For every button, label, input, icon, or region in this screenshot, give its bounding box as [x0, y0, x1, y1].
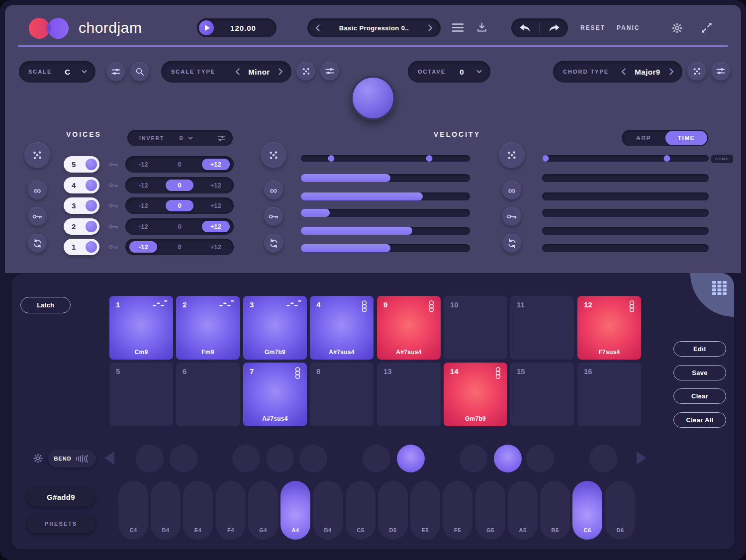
transpose-zero[interactable]: 0 — [162, 241, 198, 253]
preset-prev-button[interactable] — [315, 24, 320, 31]
white-key-b5[interactable]: B5 — [540, 481, 570, 540]
octave-selector[interactable]: OCTAVE 0 — [408, 61, 490, 83]
time-bar-4[interactable] — [542, 227, 709, 235]
chord-type-lock-button[interactable] — [711, 62, 730, 81]
save-button[interactable]: Save — [673, 365, 726, 380]
time-infinity-button[interactable]: ∞ — [502, 181, 521, 199]
play-button[interactable] — [199, 20, 214, 35]
transpose-zero[interactable]: 0 — [162, 159, 198, 170]
pad-11[interactable]: 11 — [510, 296, 574, 360]
octave-left-button[interactable] — [104, 452, 114, 465]
voice-toggle-1[interactable]: 1 — [64, 239, 99, 255]
voice-toggle-2[interactable]: 2 — [64, 218, 99, 235]
voice-toggle-3[interactable]: 3 — [64, 197, 99, 214]
resize-button[interactable] — [701, 22, 712, 33]
white-key-c4[interactable]: C4 — [118, 481, 148, 540]
voice-toggle-5[interactable]: 5 — [64, 156, 99, 173]
pad-13[interactable]: 13 — [377, 363, 441, 426]
black-key-fsharp4[interactable] — [232, 445, 260, 472]
presets-button[interactable]: PRESETS — [27, 514, 95, 533]
sync-toggle[interactable]: SYNC — [711, 155, 733, 163]
pad-2[interactable]: 2 Fm9 — [176, 296, 240, 360]
time-lock-button[interactable] — [502, 207, 521, 226]
transpose-down[interactable]: -12 — [125, 180, 162, 191]
transpose-up[interactable]: +12 — [197, 200, 234, 211]
pad-3[interactable]: 3 Gm7b9 — [243, 296, 307, 360]
transpose-down[interactable]: -12 — [125, 221, 162, 232]
pad-16[interactable]: 16 — [577, 363, 641, 426]
velocity-bar-5[interactable] — [301, 244, 470, 252]
time-range-handle-low[interactable] — [542, 155, 549, 162]
transpose-zero[interactable]: 0 — [162, 221, 198, 232]
velocity-refresh-button[interactable] — [264, 234, 283, 253]
black-key-csharp6[interactable] — [589, 445, 617, 472]
velocity-infinity-button[interactable]: ∞ — [264, 181, 283, 199]
white-key-f5[interactable]: F5 — [443, 481, 472, 540]
black-key-dsharp5[interactable] — [397, 445, 425, 472]
panic-button[interactable]: PANIC — [617, 24, 640, 31]
scale-type-random-button[interactable] — [296, 62, 315, 81]
undo-button[interactable] — [519, 23, 531, 33]
velocity-random-button[interactable] — [261, 142, 286, 168]
black-key-dsharp4[interactable] — [170, 445, 197, 472]
download-button[interactable] — [476, 22, 487, 33]
clear-button[interactable]: Clear — [673, 388, 726, 404]
white-key-c5[interactable]: C5 — [346, 481, 375, 540]
invert-control[interactable]: INVERT 0 — [127, 130, 233, 146]
velocity-bar-4[interactable] — [301, 227, 470, 235]
time-bar-1[interactable] — [542, 174, 709, 182]
scale-lock-button[interactable] — [106, 62, 125, 81]
time-range-slider[interactable] — [542, 155, 709, 162]
transpose-up[interactable]: +12 — [197, 180, 234, 191]
main-knob[interactable] — [351, 76, 395, 120]
scale-type-lock-button[interactable] — [320, 62, 339, 81]
pad-15[interactable]: 15 — [510, 363, 574, 426]
time-bar-5[interactable] — [542, 244, 709, 252]
black-key-fsharp5[interactable] — [460, 445, 487, 472]
bend-toggle[interactable]: BEND — [48, 450, 96, 467]
pad-5[interactable]: 5 — [109, 363, 173, 426]
transpose-up[interactable]: +12 — [197, 159, 234, 170]
bpm-display[interactable]: 120.00 — [214, 24, 273, 32]
transpose-down[interactable]: -12 — [125, 241, 162, 253]
settings-button[interactable] — [671, 22, 683, 34]
time-bar-3[interactable] — [542, 209, 709, 217]
transpose-up[interactable]: +12 — [197, 241, 234, 253]
time-bar-2[interactable] — [542, 192, 709, 200]
edit-button[interactable]: Edit — [673, 341, 726, 357]
scale-detect-button[interactable] — [130, 62, 149, 81]
clear-all-button[interactable]: Clear All — [673, 412, 726, 428]
chord-type-next-button[interactable] — [669, 68, 674, 75]
white-key-d6[interactable]: D6 — [605, 481, 635, 540]
white-key-g4[interactable]: G4 — [248, 481, 278, 540]
white-key-b4[interactable]: B4 — [313, 481, 343, 540]
pad-8[interactable]: 8 — [310, 363, 373, 426]
reset-button[interactable]: RESET — [580, 24, 605, 31]
pad-4[interactable]: 4 A#7sus4 — [310, 296, 373, 360]
pad-9[interactable]: 9 A#7sus4 — [377, 296, 441, 360]
scale-selector[interactable]: SCALE C — [19, 61, 95, 83]
preset-next-button[interactable] — [428, 24, 433, 31]
white-key-a5[interactable]: A5 — [508, 481, 538, 540]
time-range-handle-high[interactable] — [664, 155, 670, 162]
keyboard-settings-button[interactable] — [33, 453, 43, 464]
octave-right-button[interactable] — [637, 452, 647, 465]
transpose-zero[interactable]: 0 — [162, 200, 198, 211]
pad-7[interactable]: 7 A#7sus4 — [243, 363, 307, 426]
chord-type-prev-button[interactable] — [621, 68, 626, 75]
chord-type-random-button[interactable] — [687, 62, 706, 81]
white-key-c6[interactable]: C6 — [572, 481, 602, 540]
black-key-csharp5[interactable] — [363, 445, 390, 472]
white-key-g5[interactable]: G5 — [475, 481, 505, 540]
scale-type-prev-button[interactable] — [235, 68, 240, 75]
redo-button[interactable] — [548, 23, 560, 33]
velocity-bar-2[interactable] — [301, 192, 470, 200]
velocity-lock-button[interactable] — [264, 207, 283, 226]
tab-time[interactable]: TIME — [665, 131, 707, 145]
time-random-button[interactable] — [499, 142, 525, 168]
preset-name[interactable]: Basic Progression 0.. — [320, 24, 428, 32]
black-key-asharp4[interactable] — [299, 445, 327, 472]
white-key-a4[interactable]: A4 — [280, 481, 310, 540]
white-key-d5[interactable]: D5 — [378, 481, 408, 540]
pad-12[interactable]: 12 F7sus4 — [577, 296, 641, 360]
